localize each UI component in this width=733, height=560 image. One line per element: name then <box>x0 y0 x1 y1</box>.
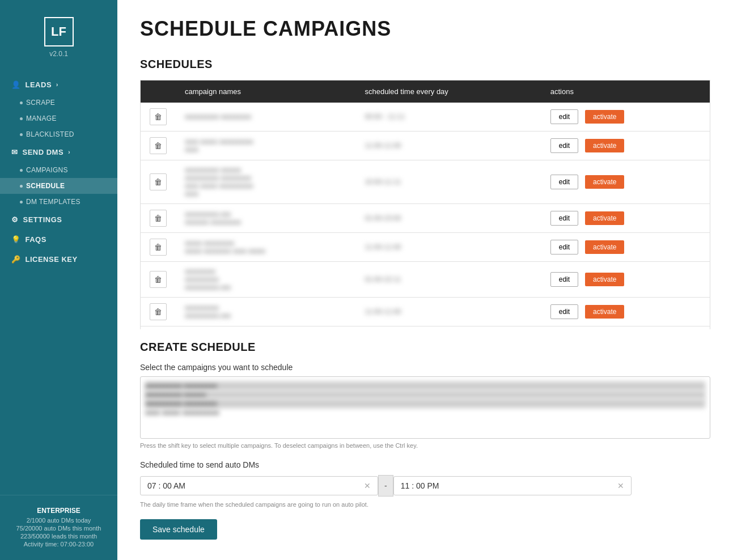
col-campaign-names: campaign names <box>176 80 355 103</box>
actions-cell: editactivate <box>541 204 710 233</box>
delete-button[interactable]: 🗑 <box>150 137 167 154</box>
dm-templates-label: DM TEMPLATES <box>26 198 80 206</box>
schedule-label: SCHEDULE <box>26 182 65 190</box>
sidebar-item-campaigns[interactable]: CAMPAIGNS <box>0 162 117 178</box>
scrape-label: SCRAPE <box>26 99 55 107</box>
actions-cell: editactivate <box>541 262 710 298</box>
create-section-title: CREATE SCHEDULE <box>140 341 710 354</box>
scheduled-time-value: 11:00-11:00 <box>365 142 401 150</box>
time-section-label: Scheduled time to send auto DMs <box>140 460 710 469</box>
activate-button[interactable]: activate <box>585 305 624 319</box>
table-row: 🗑xxxxxxxxxx xxxxxx xxxxxxxxxx xxxxxxxxx … <box>141 160 710 204</box>
sidebar-item-dm-templates[interactable]: DM TEMPLATES <box>0 194 117 210</box>
schedules-table: campaign names scheduled time every day … <box>140 80 710 329</box>
sidebar-item-send-dms[interactable]: ✉ SEND DMS › <box>0 142 117 162</box>
scheduled-time-value: 11:00-11:00 <box>365 308 401 316</box>
table-row: 🗑xxxxxxxxxx xxxxxxxxx00:00 - 11:11editac… <box>141 103 710 131</box>
col-actions: actions <box>541 80 710 103</box>
blacklisted-label: BLACKLISTED <box>26 130 74 138</box>
edit-button[interactable]: edit <box>550 272 578 287</box>
activate-button[interactable]: activate <box>585 273 624 286</box>
col-delete <box>141 80 176 103</box>
logo-area: LF v2.0.1 <box>0 0 117 69</box>
sidebar-item-manage[interactable]: MANAGE <box>0 111 117 126</box>
end-time-clear-icon[interactable]: ✕ <box>617 481 624 490</box>
delete-button[interactable]: 🗑 <box>150 210 167 227</box>
end-time-value: 11 : 00 PM <box>401 481 439 490</box>
dot-icon <box>20 169 23 172</box>
campaign-name-cell: xxxxxxxxxx xxxxxx xxxxxxxxxx xxxxxxxxx x… <box>176 160 355 204</box>
sidebar-item-blacklisted[interactable]: BLACKLISTED <box>0 126 117 142</box>
scheduled-time-value: 11:00-11:00 <box>365 243 401 251</box>
chevron-right-icon: › <box>56 82 58 88</box>
campaign-name-value: xxxxxxxxxx xxxxxx xxxxxxxxxx xxxxxxxxx x… <box>185 166 253 198</box>
chevron-right-icon: › <box>68 149 70 155</box>
campaign-name-value: xxxx xxxxx xxxxxxxxxx xxxx <box>185 138 253 154</box>
scheduled-time-cell: 00:00 - 11:11 <box>355 103 541 131</box>
activate-button[interactable]: activate <box>585 139 624 152</box>
logo-text: LF <box>51 24 66 39</box>
sidebar-item-schedule[interactable]: SCHEDULE <box>0 178 117 194</box>
campaign-name-cell: xxxx xxxxx xxxxxxxxxx xxxx <box>176 131 355 160</box>
table-row: 🗑xxxxxxxxxx.xxx xxxxxxx xxxxxxxxx01:00-2… <box>141 204 710 233</box>
delete-cell: 🗑 <box>141 204 176 233</box>
dms-today: 2/1000 auto DMs today <box>11 517 106 524</box>
start-time-value: 07 : 00 AM <box>147 481 185 490</box>
faqs-label: FAQS <box>26 235 46 244</box>
edit-button[interactable]: edit <box>550 240 578 254</box>
edit-button[interactable]: edit <box>550 175 578 189</box>
activate-button[interactable]: activate <box>585 175 624 189</box>
end-time-wrapper[interactable]: 11 : 00 PM ✕ <box>393 476 632 495</box>
delete-cell: 🗑 <box>141 326 176 330</box>
edit-button[interactable]: edit <box>550 138 578 153</box>
sidebar-item-settings[interactable]: ⚙ SETTINGS <box>0 210 117 230</box>
table-row: 🗑xxxxxxxxx xxxxxxxxxx xxxxxxxxxx.xxx01:0… <box>141 262 710 298</box>
col-scheduled-time: scheduled time every day <box>355 80 541 103</box>
delete-cell: 🗑 <box>141 233 176 262</box>
campaign-name-cell: xxxxxxxxxx xxxxxxxxxx.xxx <box>176 298 355 326</box>
campaign-name-cell: xxxxxxxxxx xxxxxxxxx <box>176 103 355 131</box>
scheduled-time-cell: 11:00-11:00 <box>355 131 541 160</box>
edit-button[interactable]: edit <box>550 211 578 226</box>
save-schedule-button[interactable]: Save schedule <box>140 519 217 540</box>
version-label: v2.0.1 <box>49 50 68 58</box>
delete-cell: 🗑 <box>141 298 176 326</box>
bulb-icon: 💡 <box>11 235 21 244</box>
campaign-name-value: xxxxxxxxx xxxxxxxxxx xxxxxxxxxx.xxx <box>185 268 231 291</box>
scheduled-time-cell: 11:00-11:00 <box>355 326 541 330</box>
scheduled-time-value: 10:00-11:11 <box>365 178 401 186</box>
scheduled-time-value: 01:00-22:11 <box>365 275 401 283</box>
campaign-name-value: xxxxxxxxxx.xxx xxxxxxx xxxxxxxxx <box>185 210 241 226</box>
plan-label: ENTERPRISE <box>11 507 106 515</box>
sidebar-item-leads[interactable]: 👤 LEADS › <box>0 75 117 95</box>
edit-button[interactable]: edit <box>550 109 578 124</box>
campaigns-select[interactable]: xxxxxxxxxx xxxxxxxxxxxxxxxxxxx xxxxxxxxx… <box>140 376 710 439</box>
scheduled-time-cell: 01:00-23:00 <box>355 204 541 233</box>
sidebar: LF v2.0.1 👤 LEADS › SCRAPE MANAGE BLACKL… <box>0 0 117 560</box>
sidebar-item-scrape[interactable]: SCRAPE <box>0 95 117 111</box>
delete-button[interactable]: 🗑 <box>150 271 167 288</box>
sidebar-item-license[interactable]: 🔑 LICENSE KEY <box>0 249 117 269</box>
key-icon: 🔑 <box>11 255 21 264</box>
delete-button[interactable]: 🗑 <box>150 108 167 125</box>
activate-button[interactable]: activate <box>585 110 624 124</box>
start-time-clear-icon[interactable]: ✕ <box>364 481 371 490</box>
start-time-wrapper[interactable]: 07 : 00 AM ✕ <box>140 476 378 495</box>
delete-button[interactable]: 🗑 <box>150 303 167 320</box>
sidebar-item-faqs[interactable]: 💡 FAQS <box>0 230 117 249</box>
actions-cell: editactivate <box>541 160 710 204</box>
page-title: SCHEDULE CAMPAIGNS <box>140 17 710 41</box>
campaign-name-value: xxxxxxxxxx xxxxxxxxxx.xxx <box>185 304 231 320</box>
create-schedule-section: CREATE SCHEDULE Select the campaigns you… <box>140 341 710 540</box>
people-icon: 👤 <box>11 80 21 89</box>
delete-button[interactable]: 🗑 <box>150 239 167 256</box>
scheduled-time-value: 00:00 - 11:11 <box>365 113 405 121</box>
actions-cell: editactivate <box>541 233 710 262</box>
edit-button[interactable]: edit <box>550 304 578 319</box>
delete-button[interactable]: 🗑 <box>150 173 167 190</box>
table-row: 🗑xxxxxxxxxx xxxxxxxxxx.xxx11:00-11:00edi… <box>141 298 710 326</box>
activate-button[interactable]: activate <box>585 240 624 254</box>
activate-button[interactable]: activate <box>585 211 624 225</box>
table-header: campaign names scheduled time every day … <box>141 80 710 103</box>
campaign-name-cell: xxxxxxxxxx.xxx <box>176 326 355 330</box>
